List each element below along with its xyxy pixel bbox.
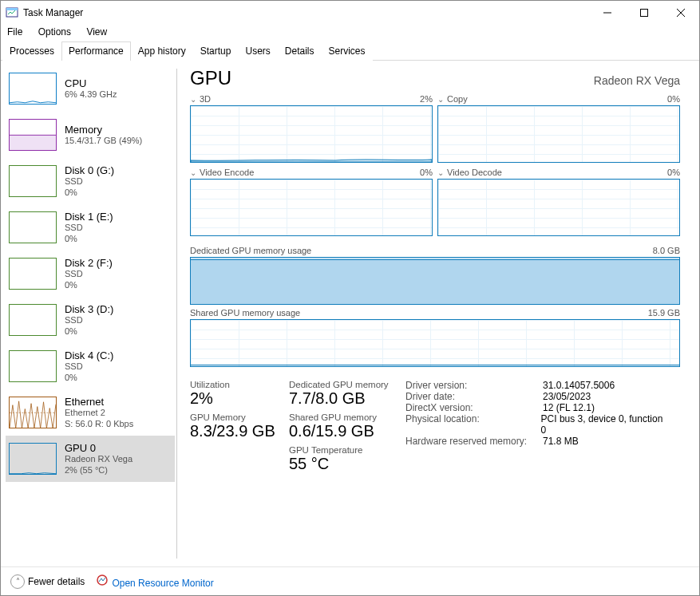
sidebar-item-line1: Radeon RX Vega <box>65 454 132 464</box>
stats-col-left: Utilization 2% GPU Memory 8.3/23.9 GB <box>190 380 284 478</box>
stat-value: 31.0.14057.5006 <box>543 380 615 391</box>
sidebar-item-line2: 0% <box>65 373 113 383</box>
sidebar-thumb <box>9 165 57 197</box>
ded-label: Dedicated GPU memory <box>289 380 401 389</box>
menubar: File Options View <box>1 25 699 41</box>
sidebar-item-title: GPU 0 <box>65 442 132 454</box>
stat-value: PCI bus 3, device 0, function 0 <box>541 413 669 436</box>
content-header: GPU Radeon RX Vega <box>190 67 680 89</box>
engine-chartbox[interactable] <box>437 179 680 236</box>
sidebar-item-line2: 0% <box>65 187 114 198</box>
dedicated-chart[interactable] <box>190 257 680 305</box>
sidebar-item[interactable]: Disk 4 (C:)SSD0% <box>6 343 175 389</box>
shared-chart[interactable] <box>190 319 680 367</box>
page-title: GPU <box>190 67 231 89</box>
main: CPU6% 4.39 GHzMemory15.4/31.7 GB (49%)Di… <box>1 61 699 566</box>
sidebar-item-title: Disk 3 (D:) <box>65 303 113 315</box>
engine-pct: 0% <box>420 168 433 177</box>
open-resource-monitor-label: Open Resource Monitor <box>112 578 213 589</box>
sidebar: CPU6% 4.39 GHzMemory15.4/31.7 GB (49%)Di… <box>1 61 175 566</box>
shared-cap: 15.9 GB <box>648 308 680 318</box>
temp-value: 55 °C <box>289 455 401 473</box>
stat-key: Hardware reserved memory: <box>405 436 543 447</box>
dedicated-mem-section: Dedicated GPU memory usage 8.0 GB <box>190 243 680 305</box>
tab-users[interactable]: Users <box>238 41 277 61</box>
sidebar-thumb <box>9 304 57 336</box>
page-subtitle: Radeon RX Vega <box>594 74 680 87</box>
chevron-up-icon: ˄ <box>10 574 25 589</box>
tab-performance[interactable]: Performance <box>61 41 131 61</box>
engine-label[interactable]: 3D <box>190 94 211 104</box>
util-label: Utilization <box>190 380 284 389</box>
menu-options[interactable]: Options <box>38 26 71 37</box>
svg-rect-6 <box>10 135 56 150</box>
sidebar-item[interactable]: Disk 1 (E:)SSD0% <box>6 204 175 251</box>
menu-file[interactable]: File <box>7 26 22 37</box>
sidebar-item-title: Disk 2 (F:) <box>65 257 113 269</box>
sidebar-item[interactable]: Disk 0 (G:)SSD0% <box>6 158 175 204</box>
open-resource-monitor-link[interactable]: Open Resource Monitor <box>96 574 213 589</box>
sidebar-item-line1: SSD <box>65 361 113 372</box>
minimize-button[interactable] <box>589 1 626 25</box>
sidebar-item[interactable]: CPU6% 4.39 GHz <box>6 65 175 112</box>
sidebar-item-info: Disk 3 (D:)SSD0% <box>65 303 113 336</box>
sidebar-item-line1: SSD <box>65 315 113 326</box>
sidebar-item-title: Memory <box>65 124 142 136</box>
engine-chartbox[interactable] <box>190 179 433 236</box>
sidebar-item-line2: 2% (55 °C) <box>65 465 132 476</box>
svg-rect-1 <box>6 8 18 10</box>
window-title: Task Manager <box>23 7 589 18</box>
engine-label[interactable]: Video Decode <box>437 168 502 177</box>
sidebar-item-line2: S: 56.0 R: 0 Kbps <box>65 419 133 429</box>
stat-key: Driver date: <box>405 391 543 402</box>
stat-row: Hardware reserved memory:71.8 MB <box>405 436 669 447</box>
stat-row: Driver date:23/05/2023 <box>405 391 669 402</box>
engine-label[interactable]: Video Encode <box>190 168 254 177</box>
sidebar-item-info: GPU 0Radeon RX Vega2% (55 °C) <box>65 442 132 475</box>
menu-view[interactable]: View <box>86 26 107 37</box>
sidebar-item-info: Disk 0 (G:)SSD0% <box>65 164 114 197</box>
stats-col-right: Driver version:31.0.14057.5006Driver dat… <box>405 380 669 478</box>
engine-label[interactable]: Copy <box>437 94 468 104</box>
fewer-details-link[interactable]: ˄Fewer details <box>10 574 85 589</box>
engine-chartbox[interactable] <box>437 105 680 163</box>
svg-rect-3 <box>641 10 648 17</box>
sidebar-item-title: Disk 0 (G:) <box>65 164 114 176</box>
sidebar-item-info: Memory15.4/31.7 GB (49%) <box>65 124 142 146</box>
engine-chartbox[interactable] <box>190 105 433 163</box>
shr-value: 0.6/15.9 GB <box>289 422 401 440</box>
close-button[interactable] <box>662 1 699 25</box>
sidebar-item[interactable]: Disk 3 (D:)SSD0% <box>6 297 175 343</box>
sidebar-item[interactable]: Disk 2 (F:)SSD0% <box>6 251 175 297</box>
maximize-button[interactable] <box>626 1 662 25</box>
stat-value: 23/05/2023 <box>543 391 591 402</box>
sidebar-item-line1: SSD <box>65 176 114 187</box>
sidebar-item-info: Disk 1 (E:)SSD0% <box>65 211 113 243</box>
engine-chart: 3D2% <box>190 94 433 163</box>
dedicated-label: Dedicated GPU memory usage <box>190 246 311 255</box>
sidebar-item-title: Disk 4 (C:) <box>65 349 113 361</box>
stat-row: Physical location:PCI bus 3, device 0, f… <box>405 413 669 436</box>
shared-mem-section: Shared GPU memory usage 15.9 GB <box>190 305 680 367</box>
gpumem-value: 8.3/23.9 GB <box>190 422 284 440</box>
tab-app-history[interactable]: App history <box>131 41 193 61</box>
engine-chart: Video Encode0% <box>190 168 433 236</box>
tab-details[interactable]: Details <box>278 41 322 61</box>
sidebar-item-line1: SSD <box>65 269 113 279</box>
stat-value: 71.8 MB <box>543 436 579 447</box>
tab-services[interactable]: Services <box>322 41 373 61</box>
temp-label: GPU Temperature <box>289 445 401 455</box>
shr-label: Shared GPU memory <box>289 412 401 422</box>
sidebar-item[interactable]: EthernetEthernet 2S: 56.0 R: 0 Kbps <box>6 389 175 436</box>
tab-startup[interactable]: Startup <box>193 41 239 61</box>
sidebar-thumb <box>9 119 57 151</box>
sidebar-item[interactable]: Memory15.4/31.7 GB (49%) <box>6 112 175 158</box>
shared-label: Shared GPU memory usage <box>190 308 300 318</box>
sidebar-item-line1: Ethernet 2 <box>65 408 133 418</box>
stats-col-mid: Dedicated GPU memory 7.7/8.0 GB Shared G… <box>289 380 401 478</box>
footer: ˄Fewer details Open Resource Monitor <box>1 566 699 595</box>
sidebar-item-line1: 15.4/31.7 GB (49%) <box>65 136 142 146</box>
tab-processes[interactable]: Processes <box>2 41 61 61</box>
sidebar-item[interactable]: GPU 0Radeon RX Vega2% (55 °C) <box>6 436 175 482</box>
sidebar-thumb <box>9 211 57 243</box>
